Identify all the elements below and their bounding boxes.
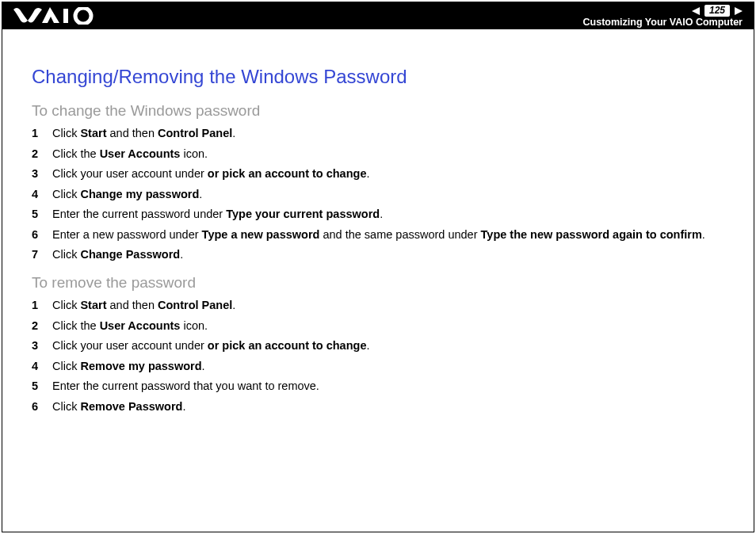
step-text: Click Start and then Control Panel. (52, 298, 724, 314)
page-number: 125 (704, 5, 730, 17)
step-text: Enter the current password that you want… (52, 379, 724, 395)
svg-point-2 (75, 8, 91, 24)
step-item: Click Start and then Control Panel. (32, 126, 724, 142)
step-item: Enter a new password under Type a new pa… (32, 227, 724, 243)
step-item: Click your user account under or pick an… (32, 338, 724, 354)
step-text: Click Remove Password. (52, 399, 724, 415)
step-text: Click your user account under or pick an… (52, 166, 724, 182)
step-text: Click Change my password. (52, 187, 724, 203)
content-area: Changing/Removing the Windows Password T… (0, 29, 756, 414)
step-text: Click your user account under or pick an… (52, 338, 724, 354)
header-bar: 125 Customizing Your VAIO Computer (2, 2, 754, 29)
step-text: Click Change Password. (52, 247, 724, 263)
step-text: Enter a new password under Type a new pa… (52, 227, 724, 243)
steps-remove: Click Start and then Control Panel.Click… (32, 298, 724, 414)
step-item: Click the User Accounts icon. (32, 318, 724, 334)
step-item: Click Change Password. (32, 247, 724, 263)
step-item: Enter the current password that you want… (32, 379, 724, 395)
header-right: 125 Customizing Your VAIO Computer (583, 3, 743, 29)
step-item: Click the User Accounts icon. (32, 147, 724, 162)
step-item: Click your user account under or pick an… (32, 166, 724, 182)
subtitle-change: To change the Windows password (32, 102, 724, 120)
step-text: Click the User Accounts icon. (52, 147, 724, 162)
next-page-icon[interactable] (735, 7, 743, 15)
step-item: Click Start and then Control Panel. (32, 298, 724, 314)
step-text: Click Start and then Control Panel. (52, 126, 724, 142)
step-item: Click Change my password. (32, 187, 724, 203)
step-text: Enter the current password under Type yo… (52, 207, 724, 223)
prev-page-icon[interactable] (692, 7, 700, 15)
step-item: Enter the current password under Type yo… (32, 207, 724, 223)
step-text: Click Remove my password. (52, 359, 724, 375)
page-nav: 125 (583, 5, 743, 17)
subtitle-remove: To remove the password (32, 274, 724, 292)
step-text: Click the User Accounts icon. (52, 318, 724, 334)
page-title: Changing/Removing the Windows Password (32, 66, 724, 88)
step-item: Click Remove my password. (32, 359, 724, 375)
step-item: Click Remove Password. (32, 399, 724, 415)
svg-rect-1 (63, 9, 68, 23)
section-name: Customizing Your VAIO Computer (583, 17, 743, 29)
vaio-logo (13, 7, 101, 25)
steps-change: Click Start and then Control Panel.Click… (32, 126, 724, 263)
